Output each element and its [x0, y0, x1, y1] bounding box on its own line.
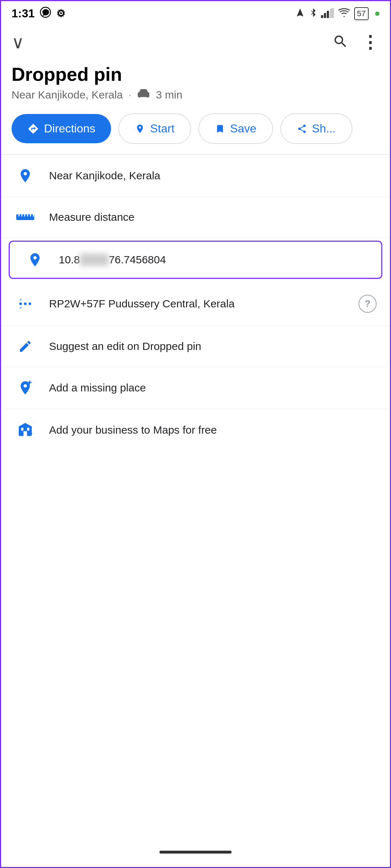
home-indicator — [159, 851, 232, 854]
svg-point-13 — [19, 303, 22, 305]
start-button[interactable]: Start — [118, 113, 191, 144]
start-label: Start — [150, 122, 175, 135]
battery-indicator: 57 — [354, 7, 369, 20]
add-business-text: Add your business to Maps for free — [49, 424, 377, 436]
svg-rect-4 — [330, 9, 332, 18]
list-item-suggest-edit[interactable]: Suggest an edit on Dropped pin — [0, 326, 391, 367]
search-icon[interactable] — [333, 34, 348, 51]
signal-bars-icon — [321, 8, 334, 19]
save-label: Save — [230, 122, 256, 135]
help-icon-wrapper: ? — [359, 295, 377, 313]
page-title: Dropped pin — [12, 63, 379, 86]
navigation-icon — [295, 8, 305, 20]
bluetooth-icon — [309, 8, 317, 20]
svg-rect-5 — [332, 8, 334, 18]
location-subtitle: Near Kanjikode, Kerala — [12, 89, 123, 101]
status-right: 57 — [295, 7, 379, 20]
svg-rect-3 — [327, 11, 329, 18]
svg-rect-9 — [24, 213, 25, 216]
directions-button[interactable]: Directions — [12, 114, 111, 143]
svg-rect-21 — [30, 431, 31, 436]
help-icon[interactable]: ? — [359, 295, 377, 313]
list-item-coords[interactable]: 10.8 76.7456804 — [9, 241, 382, 279]
drive-time: 3 min — [156, 89, 182, 101]
time-display: 1:31 — [12, 7, 35, 20]
settings-icon: ⚙ — [56, 8, 65, 19]
svg-point-17 — [19, 307, 22, 309]
svg-rect-2 — [324, 13, 326, 18]
svg-rect-8 — [21, 214, 22, 216]
svg-rect-7 — [18, 213, 19, 216]
action-buttons: Directions Start Save Sh... — [0, 105, 391, 154]
ruler-icon — [14, 210, 36, 224]
add-place-text: Add a missing place — [49, 382, 377, 394]
list-item-add-place[interactable]: Add a missing place — [0, 367, 391, 409]
status-bar: 1:31 ⚙ — [0, 0, 391, 25]
list-item-location[interactable]: Near Kanjikode, Kerala — [0, 155, 391, 197]
svg-rect-18 — [21, 428, 24, 431]
separator: · — [129, 89, 132, 101]
nav-icons: ⋮ — [333, 32, 379, 52]
directions-label: Directions — [44, 122, 95, 135]
whatsapp-icon — [40, 6, 51, 21]
list-item-measure[interactable]: Measure distance — [0, 197, 391, 238]
suggest-edit-text: Suggest an edit on Dropped pin — [49, 340, 377, 352]
status-left: 1:31 ⚙ — [12, 6, 65, 21]
battery-charging-dot — [375, 12, 379, 16]
svg-point-16 — [19, 299, 22, 301]
collapse-button[interactable]: ∨ — [12, 32, 24, 52]
measure-text: Measure distance — [49, 211, 377, 223]
subtitle-row: Near Kanjikode, Kerala · 3 min — [12, 88, 379, 101]
location-pin-icon — [14, 168, 36, 184]
coordinates-text: 10.8 76.7456804 — [59, 254, 367, 266]
svg-rect-12 — [33, 214, 34, 216]
add-business-icon — [14, 422, 36, 438]
share-label: Sh... — [312, 122, 336, 135]
pencil-icon — [14, 339, 36, 354]
title-section: Dropped pin Near Kanjikode, Kerala · 3 m… — [0, 56, 391, 105]
coords-pin-icon — [24, 252, 46, 268]
list-section: Near Kanjikode, Kerala Measure distance … — [0, 155, 391, 451]
car-icon — [137, 88, 150, 101]
svg-point-14 — [24, 303, 26, 305]
save-button[interactable]: Save — [198, 113, 273, 144]
svg-rect-10 — [27, 214, 28, 216]
more-options-icon[interactable]: ⋮ — [361, 32, 379, 52]
top-nav: ∨ ⋮ — [0, 25, 391, 56]
coords-blurred — [80, 254, 109, 266]
list-item-add-business[interactable]: Add your business to Maps for free — [0, 409, 391, 451]
plus-code-icon — [14, 296, 36, 312]
plus-code-text: RP2W+57F Pudussery Central, Kerala — [49, 298, 346, 310]
wifi-icon — [338, 8, 351, 19]
location-text: Near Kanjikode, Kerala — [49, 170, 377, 182]
list-item-plus-code[interactable]: RP2W+57F Pudussery Central, Kerala ? — [0, 282, 391, 326]
svg-point-15 — [28, 303, 31, 305]
share-button[interactable]: Sh... — [280, 113, 352, 144]
svg-rect-11 — [30, 213, 31, 216]
svg-rect-1 — [321, 15, 323, 18]
svg-rect-19 — [27, 428, 30, 431]
add-place-icon — [14, 380, 36, 396]
